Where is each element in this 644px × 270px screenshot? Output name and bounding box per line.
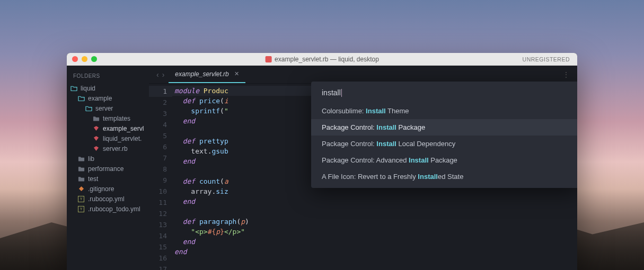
tree-item-label: example_servl [103, 125, 144, 132]
line-number: 13 [149, 219, 172, 230]
sidebar-item-example-servl[interactable]: example_servl [67, 123, 149, 133]
tree-item-label: lib [88, 155, 94, 163]
tab-label: example_servlet.rb [175, 70, 228, 78]
folder-icon [85, 105, 92, 111]
sidebar-item-performance[interactable]: performance [67, 164, 149, 174]
code-line: def paragraph(p) [172, 217, 577, 227]
line-number: 8 [149, 164, 172, 175]
unregistered-badge: UNREGISTERED [523, 56, 570, 62]
sidebar-item--gitignore[interactable]: .gitignore [67, 184, 149, 194]
command-palette-query: install [322, 88, 341, 97]
code-line [172, 257, 577, 267]
tree-item-label: liquid [81, 85, 95, 92]
line-number: 14 [149, 230, 172, 241]
tree-item-label: liquid_servlet. [103, 135, 142, 142]
close-icon[interactable] [72, 56, 78, 62]
line-number: 15 [149, 241, 172, 253]
line-number: 7 [149, 152, 172, 164]
tree-item-label: test [88, 175, 98, 183]
folder-gray-icon [77, 166, 85, 172]
tree-item-label: templates [103, 115, 130, 122]
line-number: 16 [149, 253, 172, 264]
sidebar-item--rubocop-todo-yml[interactable]: Y.rubocop_todo.yml [67, 204, 149, 214]
line-number: 17 [149, 264, 172, 270]
sidebar-item--rubocop-yml[interactable]: Y.rubocop.yml [67, 194, 149, 204]
ruby-icon [92, 125, 100, 131]
folder-gray-icon [77, 156, 85, 161]
ruby-file-icon [265, 56, 271, 62]
sidebar-item-example[interactable]: example [67, 93, 149, 103]
minimize-icon[interactable] [82, 56, 87, 62]
sidebar-item-templates[interactable]: templates [67, 113, 149, 123]
line-number: 6 [149, 141, 172, 152]
folder-icon [70, 85, 77, 91]
line-number: 1 [149, 86, 172, 97]
tabbar: ‹ › example_servlet.rb ✕ ⋮ [149, 66, 577, 84]
code-line: end [172, 237, 577, 247]
tree-item-label: .rubocop.yml [88, 195, 125, 203]
nav-forward-icon[interactable]: › [162, 70, 165, 79]
yaml-icon: Y [78, 196, 84, 202]
sidebar: FOLDERS liquidexampleservertemplatesexam… [67, 66, 149, 270]
tree-item-label: example [88, 95, 112, 102]
titlebar: example_servlet.rb — liquid, desktop UNR… [67, 53, 577, 66]
line-number: 10 [149, 186, 172, 197]
line-number: 9 [149, 175, 172, 186]
tree-item-label: .gitignore [88, 185, 114, 193]
line-number: 2 [149, 97, 172, 108]
command-palette: install Colorsublime: Install ThemePacka… [311, 82, 577, 188]
folder-tree: liquidexampleservertemplatesexample_serv… [67, 83, 149, 214]
tab-close-icon[interactable]: ✕ [234, 70, 239, 77]
sidebar-item-liquid[interactable]: liquid [67, 83, 149, 93]
line-number: 11 [149, 197, 172, 208]
line-number: 3 [149, 108, 172, 119]
code-line: end [172, 196, 577, 206]
tab-active[interactable]: example_servlet.rb ✕ [169, 66, 245, 83]
tree-item-label: performance [88, 165, 123, 173]
ruby-icon [92, 136, 100, 141]
sidebar-item-lib[interactable]: lib [67, 154, 149, 164]
ruby-icon [92, 146, 100, 151]
command-palette-item[interactable]: Colorsublime: Install Theme [311, 103, 577, 119]
folder-gray-icon [92, 115, 100, 121]
window-title: example_servlet.rb — liquid, desktop [275, 56, 379, 63]
command-palette-list: Colorsublime: Install ThemePackage Contr… [311, 103, 577, 185]
tree-item-label: .rubocop_todo.yml [88, 205, 140, 213]
zoom-icon[interactable] [91, 56, 97, 62]
sidebar-item-server-rb[interactable]: server.rb [67, 143, 149, 154]
command-palette-item[interactable]: Package Control: Install Package [311, 119, 577, 136]
sidebar-header: FOLDERS [67, 71, 149, 83]
more-icon[interactable]: ⋮ [562, 70, 570, 79]
nav-back-icon[interactable]: ‹ [156, 70, 159, 79]
tree-item-label: server [95, 105, 113, 112]
git-icon [77, 186, 85, 192]
folder-icon [77, 95, 85, 101]
code-line [172, 206, 577, 217]
editor-pane: ‹ › example_servlet.rb ✕ ⋮ 1234567891011… [149, 66, 577, 270]
line-number: 4 [149, 119, 172, 130]
command-palette-item[interactable]: Package Control: Advanced Install Packag… [311, 152, 577, 168]
tree-item-label: server.rb [103, 145, 128, 152]
yaml-icon: Y [78, 206, 84, 212]
text-caret-icon [341, 89, 342, 97]
line-number: 5 [149, 130, 172, 141]
folder-gray-icon [77, 176, 85, 182]
command-palette-item[interactable]: Package Control: Install Local Dependenc… [311, 136, 577, 152]
line-number-gutter: 123456789101112131415161718 [149, 84, 172, 270]
command-palette-input[interactable]: install [322, 87, 568, 98]
sidebar-item-liquid-servlet-[interactable]: liquid_servlet. [67, 133, 149, 143]
line-number: 12 [149, 208, 172, 219]
app-window: example_servlet.rb — liquid, desktop UNR… [67, 53, 577, 270]
command-palette-item[interactable]: A File Icon: Revert to a Freshly Install… [311, 168, 577, 185]
code-line: end [172, 247, 577, 257]
code-line: "<p>#{p}</p>" [172, 227, 577, 237]
sidebar-item-server[interactable]: server [67, 103, 149, 113]
sidebar-item-test[interactable]: test [67, 174, 149, 184]
